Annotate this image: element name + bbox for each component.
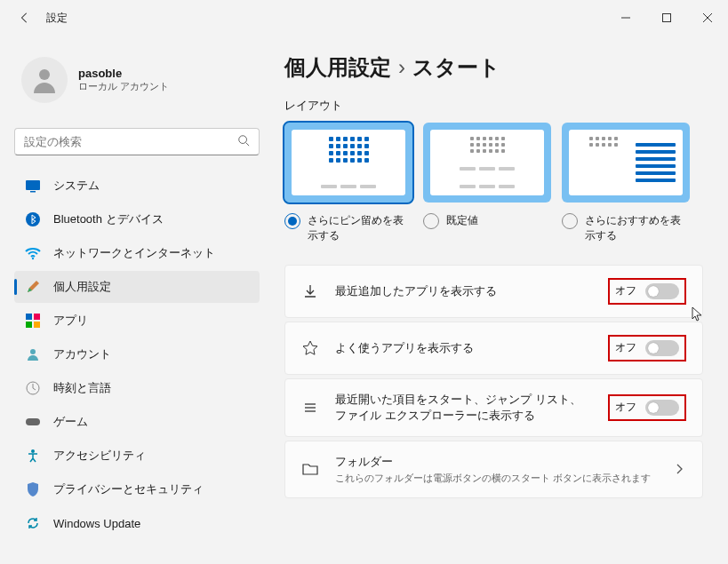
toggle-switch[interactable] bbox=[645, 340, 679, 356]
nav-personalization[interactable]: 個人用設定 bbox=[14, 271, 260, 303]
folder-icon bbox=[301, 460, 319, 478]
setting-recent-items: 最近開いた項目をスタート、ジャンプ リスト、ファイル エクスプローラーに表示する… bbox=[284, 378, 703, 437]
toggle-switch[interactable] bbox=[645, 283, 679, 299]
wifi-icon bbox=[25, 245, 41, 261]
nav-label: 個人用設定 bbox=[53, 279, 111, 295]
nav-accessibility[interactable]: アクセシビリティ bbox=[14, 440, 260, 472]
toggle-highlight: オフ bbox=[608, 394, 686, 421]
nav-windows-update[interactable]: Windows Update bbox=[14, 507, 260, 539]
clock-globe-icon bbox=[25, 380, 41, 396]
radio-label: 既定値 bbox=[446, 213, 478, 228]
nav-label: アカウント bbox=[53, 346, 111, 362]
svg-rect-11 bbox=[26, 314, 32, 320]
toggle-state: オフ bbox=[615, 400, 636, 415]
avatar bbox=[21, 57, 68, 103]
nav-accounts[interactable]: アカウント bbox=[14, 338, 260, 370]
nav-label: Windows Update bbox=[53, 517, 140, 530]
setting-title: 最近追加したアプリを表示する bbox=[335, 283, 592, 299]
svg-point-18 bbox=[31, 449, 35, 453]
profile-name: pasoble bbox=[78, 67, 169, 80]
setting-title: フォルダー bbox=[335, 454, 656, 470]
setting-folders[interactable]: フォルダー これらのフォルダーは電源ボタンの横のスタート ボタンに表示されます bbox=[284, 441, 703, 498]
toggle-state: オフ bbox=[615, 283, 636, 298]
nav-label: Bluetooth とデバイス bbox=[53, 211, 164, 227]
search-icon bbox=[237, 134, 250, 149]
nav-label: システム bbox=[53, 178, 100, 194]
update-icon bbox=[25, 515, 41, 531]
toggle-highlight: オフ bbox=[608, 278, 686, 305]
svg-rect-8 bbox=[30, 191, 36, 193]
radio-icon bbox=[423, 213, 439, 229]
window-title: 設定 bbox=[46, 11, 68, 26]
system-icon bbox=[25, 178, 41, 194]
radio-icon bbox=[284, 213, 300, 229]
nav-system[interactable]: システム bbox=[14, 170, 260, 202]
svg-point-5 bbox=[239, 136, 247, 144]
nav-label: プライバシーとセキュリティ bbox=[53, 481, 204, 497]
star-icon bbox=[301, 339, 319, 357]
apps-icon bbox=[25, 313, 41, 329]
nav-gaming[interactable]: ゲーム bbox=[14, 406, 260, 438]
maximize-button[interactable] bbox=[646, 4, 687, 31]
radio-more-recs[interactable]: さらにおすすめを表示する bbox=[562, 213, 690, 243]
svg-point-15 bbox=[30, 349, 36, 354]
chevron-right-icon bbox=[672, 462, 686, 476]
radio-icon bbox=[562, 213, 578, 229]
setting-most-used: よく使うアプリを表示する オフ bbox=[284, 322, 703, 375]
toggle-highlight: オフ bbox=[608, 335, 686, 361]
nav-label: 時刻と言語 bbox=[53, 380, 111, 396]
svg-rect-17 bbox=[26, 418, 40, 425]
nav-bluetooth[interactable]: Bluetooth とデバイス bbox=[14, 203, 260, 235]
nav-time-language[interactable]: 時刻と言語 bbox=[14, 372, 260, 404]
nav-privacy[interactable]: プライバシーとセキュリティ bbox=[14, 473, 260, 505]
svg-point-4 bbox=[39, 69, 50, 80]
svg-rect-14 bbox=[34, 322, 40, 328]
accessibility-icon bbox=[25, 448, 41, 464]
radio-label: さらにピン留めを表示する bbox=[308, 213, 412, 243]
svg-rect-13 bbox=[26, 322, 32, 328]
search-box[interactable] bbox=[14, 128, 260, 155]
minimize-button[interactable] bbox=[605, 4, 646, 31]
svg-line-6 bbox=[246, 143, 250, 147]
nav-network[interactable]: ネットワークとインターネット bbox=[14, 237, 260, 269]
layout-option-more-pins[interactable] bbox=[284, 123, 412, 203]
toggle-switch[interactable] bbox=[645, 400, 679, 416]
layout-option-more-recs[interactable] bbox=[562, 123, 690, 203]
radio-label: さらにおすすめを表示する bbox=[585, 213, 690, 243]
breadcrumb-parent[interactable]: 個人用設定 bbox=[284, 53, 391, 82]
brush-icon bbox=[25, 279, 41, 295]
radio-more-pins[interactable]: さらにピン留めを表示する bbox=[284, 213, 412, 243]
svg-point-10 bbox=[32, 258, 34, 259]
nav-label: ネットワークとインターネット bbox=[53, 245, 215, 261]
person-icon bbox=[25, 346, 41, 362]
close-button[interactable] bbox=[687, 4, 728, 31]
back-button[interactable] bbox=[18, 11, 32, 25]
nav-label: アクセシビリティ bbox=[53, 448, 146, 464]
toggle-state: オフ bbox=[615, 340, 636, 355]
profile-sub: ローカル アカウント bbox=[78, 80, 169, 93]
list-icon bbox=[301, 399, 319, 417]
layout-option-default[interactable] bbox=[423, 123, 551, 203]
svg-rect-1 bbox=[663, 14, 671, 22]
chevron-right-icon: › bbox=[398, 55, 405, 80]
section-layout-label: レイアウト bbox=[284, 98, 703, 114]
setting-title: 最近開いた項目をスタート、ジャンプ リスト、ファイル エクスプローラーに表示する bbox=[335, 392, 592, 424]
cursor-icon bbox=[692, 306, 704, 322]
svg-rect-7 bbox=[26, 180, 40, 190]
svg-rect-12 bbox=[34, 314, 40, 320]
breadcrumb-current: スタート bbox=[412, 53, 500, 82]
nav-label: アプリ bbox=[53, 313, 88, 329]
download-icon bbox=[301, 282, 319, 300]
setting-title: よく使うアプリを表示する bbox=[335, 340, 592, 356]
breadcrumb: 個人用設定 › スタート bbox=[284, 53, 703, 82]
bluetooth-icon bbox=[25, 211, 41, 227]
radio-default[interactable]: 既定値 bbox=[423, 213, 551, 243]
setting-recent-apps: 最近追加したアプリを表示する オフ bbox=[284, 265, 703, 318]
nav-label: ゲーム bbox=[53, 414, 88, 430]
search-input[interactable] bbox=[24, 135, 237, 148]
profile[interactable]: pasoble ローカル アカウント bbox=[14, 50, 260, 110]
setting-sub: これらのフォルダーは電源ボタンの横のスタート ボタンに表示されます bbox=[335, 472, 656, 485]
shield-icon bbox=[25, 481, 41, 497]
gamepad-icon bbox=[25, 414, 41, 430]
nav-apps[interactable]: アプリ bbox=[14, 305, 260, 337]
